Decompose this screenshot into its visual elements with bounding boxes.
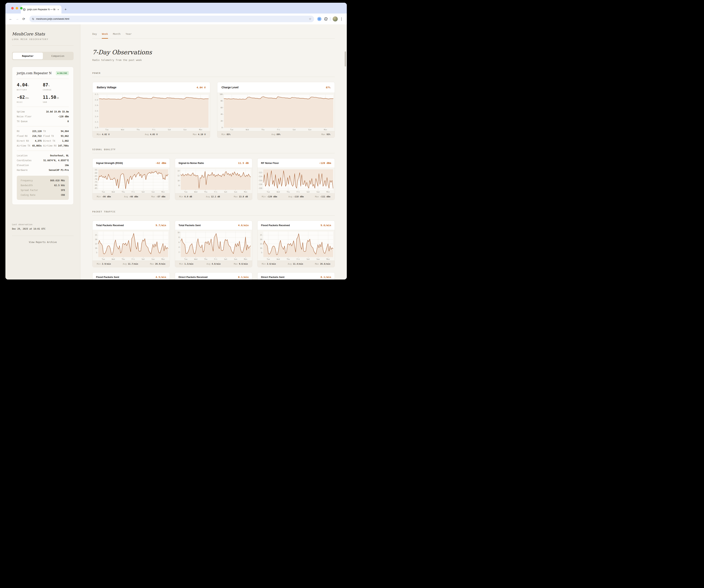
counter-label: RX bbox=[17, 130, 30, 132]
svg-text:Sun: Sun bbox=[152, 258, 155, 260]
svg-text:Thu: Thu bbox=[204, 191, 207, 193]
site-settings-icon[interactable] bbox=[32, 17, 35, 20]
kv-label: Spread Factor bbox=[21, 189, 38, 192]
maximize-window-button[interactable] bbox=[20, 7, 22, 9]
kv-value: Oosterhout, NL bbox=[50, 154, 69, 157]
svg-text:Fri: Fri bbox=[297, 258, 300, 260]
chart-card-battery-voltage: Battery Voltage 4.04 V TueWedThuFriSatSu… bbox=[92, 82, 210, 138]
period-tabs: Day Week Month Year bbox=[92, 33, 335, 39]
profile-avatar[interactable] bbox=[333, 16, 338, 21]
chart-header: Signal-to-Noise Ratio 11.5 dB bbox=[175, 159, 252, 168]
tab-close-icon[interactable]: × bbox=[57, 8, 59, 11]
chart-title: Signal-to-Noise Ratio bbox=[178, 162, 204, 164]
card-divider bbox=[17, 107, 69, 107]
stat-label: RSSI bbox=[17, 101, 43, 103]
svg-text:5: 5 bbox=[261, 252, 262, 254]
svg-text:25: 25 bbox=[260, 234, 262, 236]
section-label-packets: PACKET TRAFFIC bbox=[92, 211, 335, 213]
tab-day[interactable]: Day bbox=[92, 33, 97, 35]
kv-label: Uptime bbox=[17, 110, 25, 113]
svg-text:12: 12 bbox=[178, 175, 179, 177]
last-observation-value: Dec 29, 2025 at 16:01 UTC bbox=[12, 227, 74, 230]
toggle-companion[interactable]: Companion bbox=[43, 53, 73, 59]
counter-label: Flood RX bbox=[17, 135, 30, 138]
chart-plot: TueWedThuFriSatSunMon-112-114-116-118-12… bbox=[257, 168, 335, 193]
close-window-button[interactable] bbox=[11, 7, 14, 9]
chart-stats: Min 1.3/min Avg 4.8/min Max 9.6/min bbox=[175, 261, 252, 267]
new-tab-button[interactable]: + bbox=[64, 7, 67, 12]
kv-value: SenseCAP P1-Pro bbox=[49, 169, 69, 171]
view-reports-archive-link[interactable]: View Reports Archive bbox=[12, 240, 74, 248]
svg-text:Tue: Tue bbox=[184, 191, 187, 193]
stat-min: Min 1.3/min bbox=[179, 263, 193, 265]
svg-text:Sat: Sat bbox=[307, 258, 310, 260]
window-controls bbox=[11, 7, 22, 9]
svg-text:8: 8 bbox=[178, 236, 179, 238]
chart-plot: TueWedThuFriSatSunMon020406080100 bbox=[217, 93, 335, 131]
tab-year[interactable]: Year bbox=[126, 33, 131, 35]
kv-label: Hardware bbox=[17, 169, 27, 171]
kv-value: 10m bbox=[65, 164, 69, 167]
svg-text:Sat: Sat bbox=[224, 191, 227, 193]
chart-header: Charge Level 87% bbox=[217, 82, 335, 93]
toolbar-right bbox=[317, 16, 344, 21]
globe-favicon-icon bbox=[23, 8, 26, 11]
svg-text:4.0: 4.0 bbox=[95, 99, 98, 101]
kv-label: Coordinates bbox=[17, 159, 32, 162]
svg-text:Tue: Tue bbox=[105, 129, 108, 131]
extensions-puzzle-icon[interactable] bbox=[324, 17, 328, 21]
svg-text:20: 20 bbox=[260, 238, 262, 240]
back-button[interactable]: ← bbox=[8, 17, 13, 21]
password-manager-extension-icon[interactable] bbox=[317, 17, 321, 21]
address-bar[interactable]: meshcore.jorijn.com/week.html ☆ bbox=[30, 16, 314, 22]
chart-header: Total Packets Received 9.7/min bbox=[93, 221, 170, 230]
chart-stats: Min 6.9 dB Avg 12.1 dB Max 13.8 dB bbox=[175, 193, 252, 200]
kv-row: Elevation 10m bbox=[17, 164, 69, 167]
stat-unit: V bbox=[27, 85, 29, 87]
chart-title: RF Noise Floor bbox=[261, 162, 279, 164]
kv-row: Uptime 16.0d 19.0h 33.0m bbox=[17, 110, 69, 113]
stat-label: CHARGE bbox=[43, 89, 69, 91]
svg-text:Thu: Thu bbox=[122, 258, 125, 260]
svg-text:Wed: Wed bbox=[112, 191, 115, 193]
browser-tab[interactable]: jorijn.com Repeater N — Week × bbox=[21, 5, 61, 13]
chart-card-direct-packets-received: Direct Packets Received 0.1/min TueWedTh… bbox=[175, 272, 252, 279]
svg-text:Sun: Sun bbox=[317, 191, 320, 193]
tab-month[interactable]: Month bbox=[113, 33, 121, 35]
stat-label: SNR bbox=[43, 101, 69, 103]
chart-current-value: 87% bbox=[326, 86, 330, 89]
scrollbar-thumb[interactable] bbox=[345, 51, 346, 66]
forward-button[interactable]: → bbox=[15, 17, 20, 21]
stat-min: Min 4.02 V bbox=[97, 133, 110, 136]
svg-text:Sat: Sat bbox=[307, 191, 310, 193]
svg-text:Sun: Sun bbox=[317, 258, 320, 260]
svg-text:-55: -55 bbox=[94, 169, 97, 171]
stat-value: -62dBm bbox=[17, 95, 43, 100]
toggle-repeater[interactable]: Repeater bbox=[13, 53, 43, 59]
svg-text:Fri: Fri bbox=[131, 258, 135, 260]
kv-value: 0 bbox=[67, 120, 69, 123]
kv-label: Elevation bbox=[17, 164, 29, 167]
stat-min: Min 85% bbox=[222, 133, 231, 136]
kv-value: 869.618 MHz bbox=[50, 179, 65, 182]
svg-text:Thu: Thu bbox=[287, 258, 290, 260]
kv-row: TX Queue 0 bbox=[17, 120, 69, 123]
menu-kebab-icon[interactable] bbox=[340, 17, 343, 20]
minimize-window-button[interactable] bbox=[16, 7, 18, 9]
signal-cards: Signal Strength (RSSI) -62 dBm TueWedThu… bbox=[92, 158, 335, 200]
svg-text:-70: -70 bbox=[94, 178, 97, 180]
node-stat: -62dBm RSSI bbox=[17, 95, 43, 103]
tab-week[interactable]: Week bbox=[102, 33, 108, 35]
svg-text:20: 20 bbox=[221, 120, 222, 122]
reload-button[interactable]: ⟳ bbox=[21, 17, 26, 21]
chart-title: Total Packets Sent bbox=[178, 224, 201, 227]
stat-unit: dBm bbox=[25, 97, 29, 99]
svg-text:25: 25 bbox=[95, 234, 97, 236]
kv-row: Hardware SenseCAP P1-Pro bbox=[17, 169, 69, 171]
radio-settings-box: Frequency 869.618 MHz Bandwidth 62.5 kHz… bbox=[17, 176, 69, 200]
svg-text:5: 5 bbox=[96, 252, 97, 254]
bookmark-star-icon[interactable]: ☆ bbox=[308, 17, 312, 21]
counter-label: Airtime RX bbox=[43, 144, 56, 147]
chart-header: Direct Packets Received 0.1/min bbox=[175, 273, 252, 279]
chart-header: Total Packets Sent 4.6/min bbox=[175, 221, 252, 230]
